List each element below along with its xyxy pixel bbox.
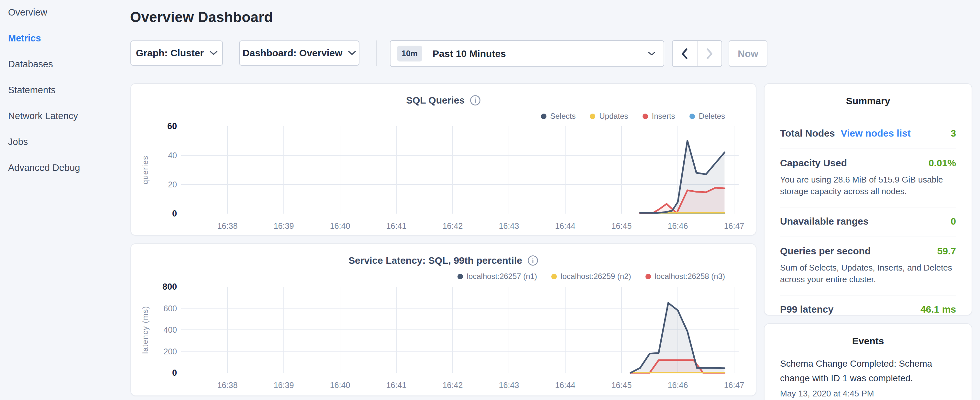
graph-dropdown[interactable]: Graph: Cluster: [130, 40, 223, 66]
summary-row-label: Capacity Used: [780, 158, 847, 169]
sidebar-item-advanced-debug[interactable]: Advanced Debug: [8, 155, 124, 181]
dashboard-dropdown[interactable]: Dashboard: Overview: [239, 40, 360, 66]
sidebar-item-overview[interactable]: Overview: [8, 0, 124, 26]
svg-text:16:40: 16:40: [330, 222, 350, 230]
controls-divider: [376, 40, 377, 66]
summary-row: Queries per second59.7Sum of Selects, Up…: [780, 237, 956, 295]
sidebar: OverviewMetricsDatabasesStatementsNetwor…: [8, 0, 124, 181]
time-range-label: Past 10 Minutes: [433, 48, 506, 59]
dashboard-dropdown-label: Dashboard: Overview: [243, 48, 342, 59]
chevron-right-icon: [706, 48, 713, 59]
chevron-down-icon: [210, 51, 217, 55]
svg-text:16:38: 16:38: [217, 381, 238, 390]
svg-text:16:39: 16:39: [274, 222, 294, 230]
sidebar-item-network-latency[interactable]: Network Latency: [8, 104, 124, 129]
prev-time-button[interactable]: [673, 41, 698, 66]
sidebar-item-databases[interactable]: Databases: [8, 52, 124, 78]
service-latency-chart-card: Service Latency: SQL, 99th percentile lo…: [130, 243, 756, 396]
svg-text:16:38: 16:38: [217, 222, 238, 230]
svg-text:20: 20: [168, 180, 177, 189]
sidebar-item-jobs[interactable]: Jobs: [8, 129, 124, 155]
sidebar-item-statements[interactable]: Statements: [8, 78, 124, 104]
svg-text:800: 800: [162, 282, 177, 292]
summary-row: Unavailable ranges0: [780, 207, 956, 237]
svg-text:16:42: 16:42: [442, 381, 463, 390]
svg-text:40: 40: [168, 151, 177, 160]
summary-row: P99 latency46.1 ms: [780, 295, 956, 325]
chevron-left-icon: [681, 48, 688, 59]
summary-row-value: 3: [951, 128, 956, 139]
svg-text:16:42: 16:42: [442, 222, 463, 230]
summary-row-label: P99 latency: [780, 304, 834, 315]
svg-text:16:43: 16:43: [499, 222, 519, 230]
svg-text:16:39: 16:39: [274, 381, 294, 390]
summary-row-value: 0: [951, 216, 956, 227]
view-nodes-list-link[interactable]: View nodes list: [840, 128, 910, 139]
sql-queries-chart-card: SQL Queries SelectsUpdatesInsertsDeletes…: [130, 83, 756, 236]
svg-text:16:44: 16:44: [555, 222, 576, 230]
event-timestamp: May 13, 2020 at 4:45 PM: [780, 389, 956, 399]
event-message: Schema Change Completed: Schema change w…: [780, 356, 956, 386]
svg-text:0: 0: [172, 368, 177, 378]
summary-row-label: Unavailable ranges: [780, 216, 869, 227]
chevron-down-icon: [648, 51, 655, 56]
svg-text:16:47: 16:47: [724, 381, 745, 390]
svg-text:16:40: 16:40: [330, 381, 350, 390]
svg-text:16:41: 16:41: [386, 222, 407, 230]
summary-row-value: 46.1 ms: [921, 304, 956, 315]
summary-row: Capacity Used0.01%You are using 28.6 MiB…: [780, 149, 956, 207]
svg-text:16:45: 16:45: [611, 222, 632, 230]
svg-text:400: 400: [163, 325, 177, 334]
time-range-selector[interactable]: 10m Past 10 Minutes: [390, 40, 664, 67]
time-range-badge: 10m: [397, 46, 422, 62]
event-item: Schema Change Completed: Schema change w…: [780, 356, 956, 399]
svg-text:200: 200: [163, 347, 177, 356]
svg-text:16:43: 16:43: [499, 381, 519, 390]
summary-row-description: You are using 28.6 MiB of 515.9 GiB usab…: [780, 174, 956, 197]
summary-row-value: 59.7: [937, 245, 956, 257]
sql-queries-plot: 16:3816:3916:4016:4116:4216:4316:4416:45…: [131, 84, 756, 235]
chevron-down-icon: [348, 51, 356, 55]
summary-title: Summary: [765, 84, 972, 107]
svg-text:16:46: 16:46: [668, 222, 688, 230]
summary-row: Total NodesView nodes list3: [780, 120, 956, 149]
events-panel: Events Schema Change Completed: Schema c…: [764, 323, 972, 400]
now-button[interactable]: Now: [729, 40, 767, 67]
svg-text:16:44: 16:44: [555, 381, 576, 390]
svg-text:60: 60: [167, 121, 177, 131]
summary-row-label: Queries per second: [780, 245, 871, 257]
next-time-button[interactable]: [698, 41, 722, 66]
svg-text:latency (ms): latency (ms): [141, 306, 150, 354]
summary-panel: Summary Total NodesView nodes list3Capac…: [764, 83, 972, 316]
svg-text:16:47: 16:47: [724, 222, 745, 230]
svg-text:queries: queries: [141, 155, 150, 184]
svg-text:16:45: 16:45: [611, 381, 632, 390]
svg-text:0: 0: [172, 209, 177, 218]
events-title: Events: [765, 324, 972, 347]
service-latency-plot: 16:3816:3916:4016:4116:4216:4316:4416:45…: [131, 244, 756, 395]
summary-row-label: Total Nodes: [780, 128, 835, 139]
summary-row-description: Sum of Selects, Updates, Inserts, and De…: [780, 262, 956, 285]
svg-text:16:46: 16:46: [668, 381, 688, 390]
svg-text:600: 600: [163, 304, 177, 313]
graph-dropdown-label: Graph: Cluster: [136, 48, 204, 59]
sidebar-item-metrics[interactable]: Metrics: [8, 26, 124, 52]
svg-text:16:41: 16:41: [386, 381, 407, 390]
page-title: Overview Dashboard: [130, 9, 273, 25]
summary-row-value: 0.01%: [929, 158, 956, 169]
time-step-buttons: [672, 40, 722, 67]
